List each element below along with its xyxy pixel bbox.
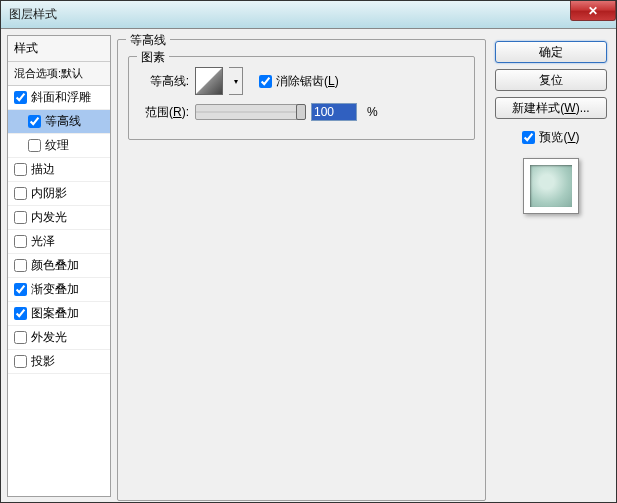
style-item-6[interactable]: 光泽 [8, 230, 110, 254]
style-item-label: 描边 [31, 161, 55, 178]
style-item-9[interactable]: 图案叠加 [8, 302, 110, 326]
style-item-label: 外发光 [31, 329, 67, 346]
style-checkbox[interactable] [14, 91, 27, 104]
antialias-checkbox[interactable]: 消除锯齿(L) [259, 73, 339, 90]
style-checkbox[interactable] [28, 139, 41, 152]
style-item-10[interactable]: 外发光 [8, 326, 110, 350]
new-style-button[interactable]: 新建样式(W)... [495, 97, 607, 119]
style-checkbox[interactable] [14, 307, 27, 320]
style-item-label: 图案叠加 [31, 305, 79, 322]
contour-dropdown[interactable]: ▾ [229, 67, 243, 95]
close-icon: ✕ [588, 4, 598, 18]
range-label: 范围(R): [139, 104, 189, 121]
antialias-input[interactable] [259, 75, 272, 88]
style-checkbox[interactable] [14, 163, 27, 176]
sidebar-header: 样式 [8, 36, 110, 62]
settings-panel: 等高线 图素 等高线: ▾ 消除锯齿(L) [117, 35, 486, 497]
style-list: 斜面和浮雕等高线纹理描边内阴影内发光光泽颜色叠加渐变叠加图案叠加外发光投影 [8, 86, 110, 374]
preview-label: 预览(V) [539, 129, 579, 146]
style-item-label: 内发光 [31, 209, 67, 226]
style-item-0[interactable]: 斜面和浮雕 [8, 86, 110, 110]
preview-input[interactable] [522, 131, 535, 144]
style-item-label: 渐变叠加 [31, 281, 79, 298]
style-item-label: 光泽 [31, 233, 55, 250]
range-input[interactable] [311, 103, 357, 121]
contour-group: 等高线 图素 等高线: ▾ 消除锯齿(L) [117, 39, 486, 501]
style-item-1[interactable]: 等高线 [8, 110, 110, 134]
style-checkbox[interactable] [14, 331, 27, 344]
style-item-11[interactable]: 投影 [8, 350, 110, 374]
percent-label: % [367, 105, 378, 119]
cancel-button[interactable]: 复位 [495, 69, 607, 91]
ok-button[interactable]: 确定 [495, 41, 607, 63]
elements-group: 图素 等高线: ▾ 消除锯齿(L) 范围(R): [128, 56, 475, 140]
style-item-7[interactable]: 颜色叠加 [8, 254, 110, 278]
style-item-4[interactable]: 内阴影 [8, 182, 110, 206]
preview-image [528, 163, 574, 209]
style-item-2[interactable]: 纹理 [8, 134, 110, 158]
layer-style-dialog: 图层样式 ✕ 样式 混合选项:默认 斜面和浮雕等高线纹理描边内阴影内发光光泽颜色… [0, 0, 617, 503]
style-checkbox[interactable] [14, 211, 27, 224]
style-item-label: 投影 [31, 353, 55, 370]
style-item-label: 纹理 [45, 137, 69, 154]
style-item-5[interactable]: 内发光 [8, 206, 110, 230]
preview-thumbnail [523, 158, 579, 214]
styles-sidebar: 样式 混合选项:默认 斜面和浮雕等高线纹理描边内阴影内发光光泽颜色叠加渐变叠加图… [7, 35, 111, 497]
antialias-label: 消除锯齿(L) [276, 73, 339, 90]
close-button[interactable]: ✕ [570, 1, 616, 21]
action-panel: 确定 复位 新建样式(W)... 预览(V) [492, 35, 610, 497]
style-checkbox[interactable] [28, 115, 41, 128]
sidebar-blend-options[interactable]: 混合选项:默认 [8, 62, 110, 86]
style-item-label: 颜色叠加 [31, 257, 79, 274]
slider-thumb[interactable] [296, 104, 306, 120]
elements-legend: 图素 [137, 49, 169, 66]
style-checkbox[interactable] [14, 355, 27, 368]
chevron-down-icon: ▾ [234, 77, 238, 86]
style-item-3[interactable]: 描边 [8, 158, 110, 182]
style-checkbox[interactable] [14, 235, 27, 248]
style-item-label: 内阴影 [31, 185, 67, 202]
preview-checkbox[interactable]: 预览(V) [522, 129, 579, 146]
style-item-8[interactable]: 渐变叠加 [8, 278, 110, 302]
window-title: 图层样式 [9, 6, 57, 23]
contour-picker[interactable] [195, 67, 223, 95]
style-item-label: 等高线 [45, 113, 81, 130]
style-checkbox[interactable] [14, 259, 27, 272]
contour-legend: 等高线 [126, 32, 170, 49]
titlebar[interactable]: 图层样式 ✕ [1, 1, 616, 29]
style-item-label: 斜面和浮雕 [31, 89, 91, 106]
style-checkbox[interactable] [14, 187, 27, 200]
contour-label: 等高线: [139, 73, 189, 90]
style-checkbox[interactable] [14, 283, 27, 296]
range-slider[interactable] [195, 104, 305, 120]
